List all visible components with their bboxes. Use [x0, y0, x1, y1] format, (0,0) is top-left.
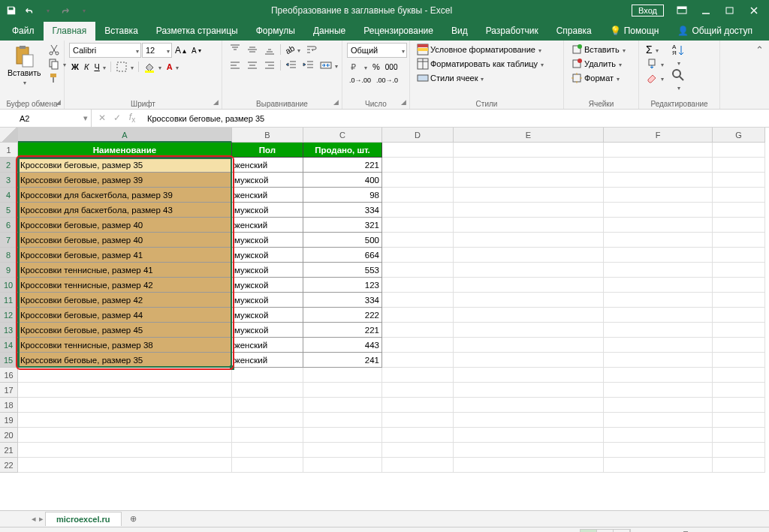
- cell[interactable]: Кроссовки беговые, размер 40: [18, 233, 232, 248]
- cell[interactable]: [454, 233, 604, 248]
- row-header[interactable]: 11: [0, 293, 18, 308]
- cell[interactable]: [382, 398, 454, 413]
- cell[interactable]: [382, 173, 454, 188]
- underline-button[interactable]: Ч: [92, 62, 107, 72]
- cell[interactable]: Кроссовки беговые, размер 44: [18, 308, 232, 323]
- cell[interactable]: Кроссовки теннисные, размер 42: [18, 278, 232, 293]
- signin-button[interactable]: Вход: [632, 5, 664, 17]
- cell[interactable]: [604, 233, 713, 248]
- row-header[interactable]: 20: [0, 428, 18, 443]
- cell[interactable]: 222: [303, 308, 382, 323]
- cell[interactable]: 500: [303, 233, 382, 248]
- cell[interactable]: Кроссовки теннисные, размер 38: [18, 338, 232, 353]
- cell[interactable]: мужской: [232, 293, 303, 308]
- cell[interactable]: [382, 218, 454, 233]
- cell[interactable]: мужской: [232, 308, 303, 323]
- col-header-D[interactable]: D: [382, 128, 454, 143]
- cell[interactable]: [382, 443, 454, 458]
- increase-indent-button[interactable]: [300, 59, 317, 72]
- clipboard-dialog-launcher[interactable]: ◢: [53, 98, 62, 107]
- align-center-button[interactable]: [244, 59, 261, 72]
- cell[interactable]: Кроссовки беговые, размер 41: [18, 248, 232, 263]
- page-break-view-button[interactable]: [614, 530, 630, 533]
- column-headers[interactable]: ABCDEFG: [18, 128, 769, 143]
- cell[interactable]: [713, 188, 765, 203]
- cell[interactable]: [382, 263, 454, 278]
- format-cells-button[interactable]: Формат: [568, 71, 622, 85]
- cell[interactable]: [382, 158, 454, 173]
- tab-file[interactable]: Файл: [3, 22, 44, 41]
- cell[interactable]: [303, 443, 382, 458]
- currency-button[interactable]: ₽: [347, 60, 369, 74]
- row-header[interactable]: 6: [0, 218, 18, 233]
- fill-color-button[interactable]: [141, 60, 164, 74]
- find-select-button[interactable]: [669, 68, 687, 92]
- tab-layout[interactable]: Разметка страницы: [147, 22, 247, 41]
- row-header[interactable]: 17: [0, 383, 18, 398]
- cell[interactable]: мужской: [232, 203, 303, 218]
- cell[interactable]: 334: [303, 293, 382, 308]
- cell[interactable]: Наименование: [18, 143, 232, 158]
- col-header-C[interactable]: C: [303, 128, 382, 143]
- cell[interactable]: Кроссовки для баскетбола, размер 43: [18, 203, 232, 218]
- cell[interactable]: [382, 203, 454, 218]
- row-header[interactable]: 16: [0, 368, 18, 383]
- cell[interactable]: [382, 143, 454, 158]
- decrease-indent-button[interactable]: [283, 59, 300, 72]
- cell[interactable]: [713, 458, 765, 473]
- cell[interactable]: [604, 458, 713, 473]
- cell[interactable]: [18, 458, 232, 473]
- col-header-E[interactable]: E: [454, 128, 604, 143]
- cell[interactable]: [713, 368, 765, 383]
- cell[interactable]: [713, 143, 765, 158]
- cell[interactable]: [303, 428, 382, 443]
- qat-customize-dropdown[interactable]: [75, 2, 92, 19]
- row-header[interactable]: 10: [0, 278, 18, 293]
- cell[interactable]: [454, 338, 604, 353]
- cell[interactable]: 241: [303, 353, 382, 368]
- cell[interactable]: [454, 158, 604, 173]
- enter-formula-button[interactable]: ✓: [110, 113, 125, 123]
- cell[interactable]: [454, 218, 604, 233]
- tab-developer[interactable]: Разработчик: [477, 22, 547, 41]
- bold-button[interactable]: Ж: [69, 62, 81, 72]
- cell[interactable]: [604, 413, 713, 428]
- cell[interactable]: [382, 188, 454, 203]
- collapse-ribbon-button[interactable]: ⌃: [753, 44, 766, 56]
- tab-data[interactable]: Данные: [304, 22, 354, 41]
- cell[interactable]: [604, 293, 713, 308]
- increase-decimal-button[interactable]: .0→.00: [347, 76, 373, 85]
- delete-cells-button[interactable]: Удалить: [568, 57, 624, 71]
- cell[interactable]: [713, 428, 765, 443]
- maximize-icon[interactable]: [718, 2, 742, 19]
- cell[interactable]: 443: [303, 338, 382, 353]
- cell[interactable]: [454, 203, 604, 218]
- align-left-button[interactable]: [227, 59, 243, 72]
- cell[interactable]: [713, 308, 765, 323]
- new-sheet-button[interactable]: ⊕: [126, 514, 141, 524]
- save-icon[interactable]: [3, 2, 20, 19]
- cell[interactable]: [232, 368, 303, 383]
- normal-view-button[interactable]: [581, 530, 597, 533]
- alignment-dialog-launcher[interactable]: ◢: [331, 98, 340, 107]
- cell[interactable]: [713, 278, 765, 293]
- wrap-text-button[interactable]: [303, 43, 320, 56]
- cell[interactable]: Пол: [232, 143, 303, 158]
- cell[interactable]: мужской: [232, 278, 303, 293]
- cell[interactable]: [382, 293, 454, 308]
- tell-me[interactable]: 💡Помощн: [601, 22, 668, 41]
- cell[interactable]: [604, 158, 713, 173]
- cell[interactable]: 334: [303, 203, 382, 218]
- cells-area[interactable]: НаименованиеПолПродано, шт.Кроссовки бег…: [18, 143, 769, 510]
- cell[interactable]: мужской: [232, 263, 303, 278]
- cell[interactable]: [382, 323, 454, 338]
- sheet-nav[interactable]: ◂ ▸: [0, 514, 45, 524]
- cell[interactable]: [454, 458, 604, 473]
- cell[interactable]: [303, 458, 382, 473]
- cell[interactable]: [454, 323, 604, 338]
- cell[interactable]: [604, 353, 713, 368]
- increase-font-button[interactable]: A▴: [173, 44, 188, 56]
- cell[interactable]: [454, 173, 604, 188]
- cell[interactable]: [18, 443, 232, 458]
- cell[interactable]: [604, 398, 713, 413]
